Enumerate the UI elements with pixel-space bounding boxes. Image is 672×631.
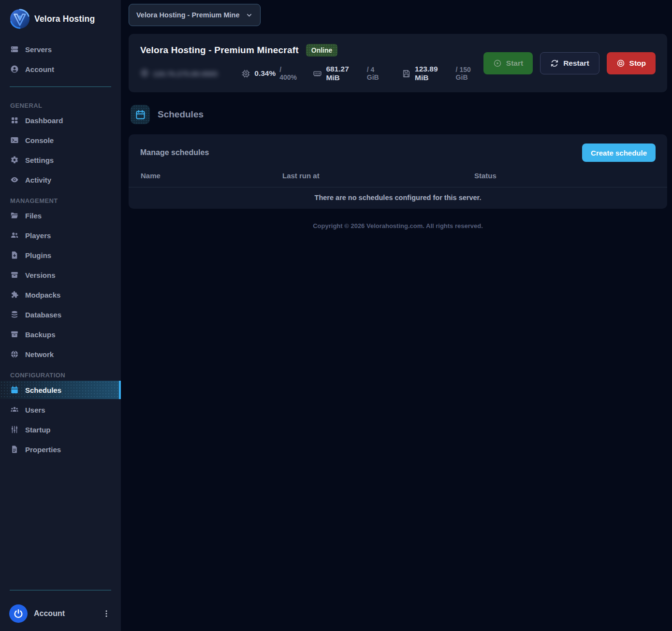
document-icon (10, 445, 19, 454)
play-circle-icon (493, 59, 502, 68)
schedules-heading-row: Schedules (131, 105, 667, 124)
power-actions: Start Restart Stop (483, 52, 656, 74)
sidebar-item-versions[interactable]: Versions (0, 266, 121, 284)
disk-limit: / 150 GiB (456, 66, 483, 81)
dashboard-grid-icon (10, 116, 19, 125)
memory-icon (313, 69, 322, 78)
memory-stat: 681.27 MiB / 4 GiB (313, 65, 387, 82)
sidebar-item-users[interactable]: Users (0, 401, 121, 419)
create-schedule-button[interactable]: Create schedule (582, 143, 656, 162)
copyright-footer: Copyright © 2026 Velorahosting.com. All … (129, 222, 667, 229)
sidebar-item-databases[interactable]: Databases (0, 305, 121, 324)
chevron-down-icon (246, 12, 253, 19)
stop-circle-icon (616, 59, 625, 68)
sidebar-footer-divider (10, 590, 111, 590)
globe-ip-icon (140, 69, 149, 79)
sidebar-item-modpacks[interactable]: Modpacks (0, 286, 121, 304)
sidebar-item-label: Settings (25, 156, 54, 164)
sidebar-item-label: Console (25, 136, 54, 144)
sidebar-section-title: CONFIGURATION (0, 372, 121, 379)
start-button[interactable]: Start (483, 52, 533, 74)
stop-button[interactable]: Stop (607, 52, 656, 74)
sidebar: Velora Hosting ServersAccount GENERALDas… (0, 0, 121, 631)
brand-name: Velora Hosting (34, 14, 95, 24)
sidebar-item-label: Files (25, 212, 42, 220)
sidebar-item-label: Servers (25, 45, 52, 54)
servers-icon (10, 45, 19, 54)
restart-button[interactable]: Restart (540, 52, 599, 74)
sidebar-item-dashboard[interactable]: Dashboard (0, 111, 121, 129)
calendar-icon (10, 386, 19, 394)
column-status: Status (474, 172, 656, 180)
plugin-download-icon (10, 251, 19, 259)
calendar-tile-icon (131, 105, 150, 124)
sidebar-item-label: Backups (25, 330, 56, 339)
sidebar-item-startup[interactable]: Startup (0, 420, 121, 439)
sidebar-item-files[interactable]: Files (0, 206, 121, 225)
sidebar-item-activity[interactable]: Activity (0, 171, 121, 189)
account-menu-kebab-icon[interactable] (102, 609, 111, 618)
cpu-value: 0.34% (254, 69, 276, 78)
folder-icon (10, 211, 19, 220)
server-stats-row: 128.76.275.89:8985 0.34% / 400% 681. (140, 65, 483, 82)
app-window: Velora Hosting ServersAccount GENERALDas… (0, 0, 672, 631)
puzzle-icon (10, 290, 19, 299)
sidebar-sections: GENERALDashboardConsoleSettingsActivityM… (0, 94, 121, 460)
server-selector-dropdown[interactable]: Velora Hosting - Premium Mine (129, 4, 261, 26)
sidebar-item-label: Activity (25, 176, 51, 184)
schedules-panel: Manage schedules Create schedule Name La… (129, 134, 667, 209)
sidebar-item-account[interactable]: Account (0, 60, 121, 78)
server-selector-label: Velora Hosting - Premium Mine (136, 11, 240, 19)
server-title: Velora Hosting - Premium Minecraft (140, 45, 299, 56)
cpu-icon (241, 69, 250, 78)
memory-limit: / 4 GiB (367, 66, 387, 81)
disk-icon (402, 69, 411, 78)
sidebar-item-label: Databases (25, 311, 61, 319)
users-group-icon (10, 405, 19, 414)
server-card-info: Velora Hosting - Premium Minecraft Onlin… (140, 44, 483, 82)
user-circle-icon (10, 65, 19, 73)
column-last-run-at: Last run at (282, 172, 474, 180)
schedules-table-header: Name Last run at Status (129, 172, 667, 187)
account-row[interactable]: Account (0, 597, 121, 631)
sidebar-item-label: Plugins (25, 251, 51, 259)
gear-icon (10, 156, 19, 164)
backup-box-icon (10, 330, 19, 339)
sliders-icon (10, 425, 19, 434)
column-name: Name (141, 172, 282, 180)
sidebar-top-nav: ServersAccount (0, 39, 121, 80)
sidebar-footer: Account (0, 583, 121, 631)
memory-value: 681.27 MiB (326, 65, 363, 82)
terminal-icon (10, 136, 19, 144)
sidebar-item-servers[interactable]: Servers (0, 40, 121, 58)
empty-state-message: There are no schedules configured for th… (129, 187, 667, 209)
sidebar-item-plugins[interactable]: Plugins (0, 246, 121, 264)
status-badge: Online (306, 44, 338, 57)
restart-icon (550, 59, 559, 68)
sidebar-item-schedules[interactable]: Schedules (0, 381, 121, 399)
sidebar-item-console[interactable]: Console (0, 131, 121, 149)
database-icon (10, 310, 19, 319)
sidebar-section-title: GENERAL (0, 102, 121, 109)
sidebar-item-backups[interactable]: Backups (0, 325, 121, 344)
account-footer-label: Account (34, 609, 65, 618)
sidebar-section-title: MANAGEMENT (0, 197, 121, 204)
brand-logo-row: Velora Hosting (0, 0, 121, 39)
eye-icon (10, 175, 19, 184)
restart-button-label: Restart (563, 59, 589, 68)
sidebar-item-network[interactable]: Network (0, 345, 121, 363)
sidebar-item-label: Schedules (25, 386, 61, 394)
sidebar-divider (10, 86, 111, 87)
start-button-label: Start (506, 59, 523, 68)
sidebar-item-players[interactable]: Players (0, 226, 121, 244)
sidebar-item-settings[interactable]: Settings (0, 151, 121, 169)
main-content: Velora Hosting - Premium Mine Velora Hos… (121, 0, 672, 631)
server-ip-text: 128.76.275.89:8985 (153, 70, 218, 78)
server-card: Velora Hosting - Premium Minecraft Onlin… (129, 34, 667, 92)
disk-stat: 123.89 MiB / 150 GiB (402, 65, 483, 82)
sidebar-item-label: Network (25, 350, 54, 359)
sidebar-item-properties[interactable]: Properties (0, 440, 121, 459)
panel-title: Manage schedules (140, 148, 209, 157)
cpu-stat: 0.34% / 400% (241, 66, 298, 81)
versions-box-icon (10, 271, 19, 279)
